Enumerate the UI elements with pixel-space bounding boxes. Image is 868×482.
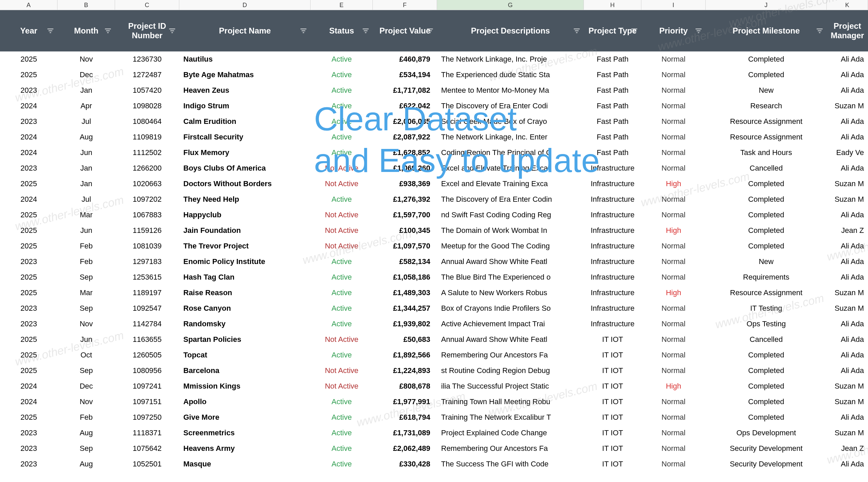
table-row[interactable]: 2025Jun1159126Jain FoundationNot Active£… xyxy=(0,223,868,238)
cell-mgr[interactable]: Ali Ada xyxy=(827,335,868,344)
cell-mgr[interactable]: Eady Ve xyxy=(827,148,868,157)
cell-pid[interactable]: 1097250 xyxy=(115,413,179,422)
cell-year[interactable]: 2025 xyxy=(0,335,58,344)
cell-desc[interactable]: nd Swift Fast Coding Coding Reg xyxy=(437,211,584,219)
cell-pid[interactable]: 1097151 xyxy=(115,397,179,406)
cell-year[interactable]: 2023 xyxy=(0,320,58,328)
cell-value[interactable]: £1,717,082 xyxy=(373,86,437,95)
cell-month[interactable]: Jun xyxy=(58,335,115,344)
cell-desc[interactable]: st Routine Coding Region Debug xyxy=(437,366,584,375)
cell-mile[interactable]: Completed xyxy=(706,382,827,391)
cell-mile[interactable]: Completed xyxy=(706,211,827,219)
cell-mgr[interactable]: Suzan M xyxy=(827,179,868,188)
cell-prio[interactable]: Normal xyxy=(641,117,706,126)
cell-name[interactable]: Mmission Kings xyxy=(179,382,311,391)
cell-mile[interactable]: Research xyxy=(706,102,827,110)
cell-status[interactable]: Not Active xyxy=(311,226,373,235)
table-row[interactable]: 2025Feb1097250Give MoreActive£618,794Tra… xyxy=(0,410,868,425)
table-row[interactable]: 2024Jun1112502Flux MemoryActive£1,628,85… xyxy=(0,145,868,160)
cell-prio[interactable]: Normal xyxy=(641,164,706,173)
cell-mile[interactable]: Completed xyxy=(706,351,827,359)
cell-mgr[interactable]: Ali Ada xyxy=(827,164,868,173)
cell-desc[interactable]: The Network Linkage, Inc. Enter xyxy=(437,133,584,141)
cell-year[interactable]: 2025 xyxy=(0,242,58,250)
cell-month[interactable]: Aug xyxy=(58,429,115,437)
col-letter-E[interactable]: E xyxy=(311,0,373,10)
cell-desc[interactable]: The Domain of Work Wombat In xyxy=(437,226,584,235)
cell-mile[interactable]: Completed xyxy=(706,366,827,375)
table-row[interactable]: 2024Aug1109819Firstcall SecurityActive£2… xyxy=(0,129,868,145)
filter-icon[interactable] xyxy=(104,27,112,35)
filter-icon[interactable] xyxy=(168,27,176,35)
cell-year[interactable]: 2025 xyxy=(0,70,58,79)
filter-icon[interactable] xyxy=(695,27,702,35)
cell-mgr[interactable]: Ali Ada xyxy=(827,211,868,219)
cell-status[interactable]: Active xyxy=(311,133,373,141)
cell-name[interactable]: Barcelona xyxy=(179,366,311,375)
cell-value[interactable]: £582,134 xyxy=(373,257,437,266)
cell-mile[interactable]: Resource Assignment xyxy=(706,117,827,126)
cell-month[interactable]: Nov xyxy=(58,320,115,328)
cell-mile[interactable]: New xyxy=(706,86,827,95)
col-letter-H[interactable]: H xyxy=(584,0,641,10)
cell-year[interactable]: 2024 xyxy=(0,382,58,391)
cell-desc[interactable]: A Salute to New Workers Robus xyxy=(437,288,584,297)
cell-type[interactable]: Fast Path xyxy=(584,133,641,141)
cell-year[interactable]: 2025 xyxy=(0,55,58,64)
cell-value[interactable]: £100,345 xyxy=(373,226,437,235)
table-row[interactable]: 2025Jun1163655Spartan PoliciesNot Active… xyxy=(0,332,868,347)
cell-prio[interactable]: Normal xyxy=(641,273,706,282)
cell-pid[interactable]: 1067883 xyxy=(115,211,179,219)
cell-value[interactable]: £1,276,392 xyxy=(373,195,437,204)
cell-type[interactable]: IT IOT xyxy=(584,351,641,359)
cell-name[interactable]: Screenmetrics xyxy=(179,429,311,437)
header-project-id-number[interactable]: Project ID Number xyxy=(115,10,179,51)
table-row[interactable]: 2023Jan1057420Heaven ZeusActive£1,717,08… xyxy=(0,83,868,98)
cell-mgr[interactable]: Suzan M xyxy=(827,397,868,406)
cell-year[interactable]: 2023 xyxy=(0,86,58,95)
cell-value[interactable]: £50,683 xyxy=(373,335,437,344)
cell-type[interactable]: Infrastructure xyxy=(584,288,641,297)
cell-value[interactable]: £1,058,186 xyxy=(373,273,437,282)
cell-prio[interactable]: Normal xyxy=(641,257,706,266)
cell-mile[interactable]: Completed xyxy=(706,413,827,422)
cell-mile[interactable]: Ops Development xyxy=(706,429,827,437)
cell-desc[interactable]: Mentee to Mentor Mo-Money Ma xyxy=(437,86,584,95)
cell-mgr[interactable]: Ali Ada xyxy=(827,133,868,141)
col-letter-I[interactable]: I xyxy=(641,0,706,10)
cell-value[interactable]: £1,069,260 xyxy=(373,164,437,173)
table-row[interactable]: 2024Nov1097151ApolloActive£1,977,991Trai… xyxy=(0,394,868,410)
cell-type[interactable]: Infrastructure xyxy=(584,226,641,235)
cell-status[interactable]: Active xyxy=(311,117,373,126)
cell-value[interactable]: £1,344,257 xyxy=(373,304,437,313)
cell-mile[interactable]: Cancelled xyxy=(706,335,827,344)
cell-prio[interactable]: Normal xyxy=(641,148,706,157)
cell-status[interactable]: Not Active xyxy=(311,164,373,173)
cell-prio[interactable]: Normal xyxy=(641,351,706,359)
cell-desc[interactable]: Coding Region The Principal of C xyxy=(437,148,584,157)
cell-month[interactable]: Dec xyxy=(58,70,115,79)
cell-status[interactable]: Not Active xyxy=(311,382,373,391)
cell-mgr[interactable]: Ali Ada xyxy=(827,257,868,266)
cell-value[interactable]: £1,628,852 xyxy=(373,148,437,157)
cell-status[interactable]: Active xyxy=(311,148,373,157)
cell-month[interactable]: Jun xyxy=(58,226,115,235)
cell-mgr[interactable]: Suzan M xyxy=(827,102,868,110)
table-row[interactable]: 2023Aug1118371ScreenmetricsActive£1,731,… xyxy=(0,425,868,441)
cell-desc[interactable]: Training Town Hall Meeting Robu xyxy=(437,397,584,406)
cell-mgr[interactable]: Ali Ada xyxy=(827,86,868,95)
cell-month[interactable]: Jul xyxy=(58,195,115,204)
cell-year[interactable]: 2023 xyxy=(0,460,58,468)
cell-year[interactable]: 2023 xyxy=(0,429,58,437)
cell-mgr[interactable]: Ali Ada xyxy=(827,117,868,126)
cell-pid[interactable]: 1075642 xyxy=(115,444,179,453)
cell-pid[interactable]: 1097202 xyxy=(115,195,179,204)
cell-month[interactable]: Mar xyxy=(58,288,115,297)
cell-name[interactable]: Nautilus xyxy=(179,55,311,64)
col-letter-B[interactable]: B xyxy=(58,0,115,10)
cell-name[interactable]: Give More xyxy=(179,413,311,422)
cell-prio[interactable]: Normal xyxy=(641,102,706,110)
cell-pid[interactable]: 1080956 xyxy=(115,366,179,375)
cell-mile[interactable]: Security Development xyxy=(706,444,827,453)
cell-status[interactable]: Active xyxy=(311,55,373,64)
